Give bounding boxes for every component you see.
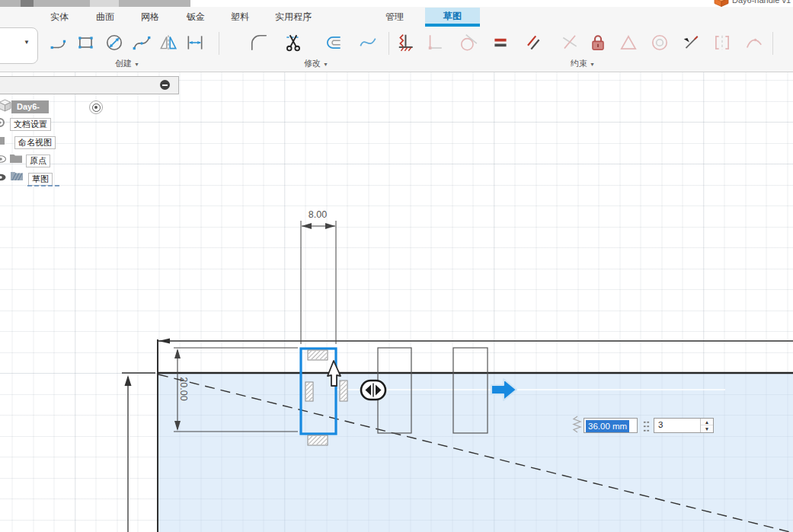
- pattern-distance-input[interactable]: 36.00 mm: [584, 418, 638, 433]
- collinear-button[interactable]: [677, 30, 705, 56]
- browser-item-原点[interactable]: 原点: [26, 155, 50, 167]
- parallel-icon: [523, 33, 543, 53]
- concentric-button[interactable]: [646, 30, 673, 56]
- fit-curve-button[interactable]: [354, 30, 382, 56]
- fillet-button[interactable]: [245, 30, 273, 56]
- tab-曲面[interactable]: 曲面: [91, 9, 119, 24]
- active-sketch-underline: [27, 185, 59, 186]
- pattern-flip-toggle[interactable]: [361, 381, 385, 400]
- activate-component-radio[interactable]: [89, 100, 103, 114]
- height-dimension[interactable]: 20.00: [174, 348, 298, 432]
- collapse-browser-button[interactable]: [160, 80, 170, 90]
- mouse-cursor: [328, 361, 341, 386]
- curvature-button[interactable]: [740, 30, 768, 56]
- lock-icon: [588, 33, 608, 53]
- browser-item-文档设置[interactable]: 文档设置: [10, 118, 51, 131]
- group-separator: [772, 32, 773, 55]
- pattern-quantity-value[interactable]: 3: [658, 420, 663, 429]
- visibility-eye-icon[interactable]: [0, 174, 9, 184]
- tab-实用程序[interactable]: 实用程序: [271, 9, 315, 24]
- tab-实体[interactable]: 实体: [46, 9, 73, 24]
- visibility-eye-icon[interactable]: [0, 155, 9, 166]
- spline-button[interactable]: [128, 30, 155, 56]
- chevron-down-icon: ▼: [323, 62, 328, 67]
- file-menu-icon[interactable]: [21, 0, 34, 7]
- browser-item-命名视图[interactable]: 命名视图: [14, 136, 56, 149]
- spline-icon: [132, 33, 152, 53]
- midpoint-button[interactable]: [615, 30, 642, 56]
- group-dropdown-创建[interactable]: 创建 ▼: [101, 58, 154, 69]
- mirror-button[interactable]: [155, 30, 182, 56]
- construction-diagonal-line[interactable]: [158, 374, 793, 532]
- chevron-down-icon: ▼: [590, 62, 595, 67]
- circle-diameter-button[interactable]: [101, 30, 128, 56]
- lock-button[interactable]: [584, 30, 612, 56]
- application-bar: [0, 0, 190, 7]
- fixed-constraint-glyphs: [305, 350, 347, 445]
- fix-constraint-button[interactable]: [392, 30, 420, 56]
- pattern-instance-rectangle[interactable]: [453, 348, 488, 433]
- pattern-quantity-input[interactable]: 3 ▲ ▼: [654, 418, 714, 433]
- browser-header-bar[interactable]: [0, 76, 179, 94]
- toolbar-icon[interactable]: [90, 0, 119, 7]
- tab-钣金[interactable]: 钣金: [182, 9, 209, 24]
- rectangle-icon: [76, 33, 96, 53]
- parallel-button[interactable]: [520, 30, 547, 56]
- dimension-arrowhead: [125, 375, 132, 386]
- offset-icon: [324, 33, 344, 53]
- perpendicular-button[interactable]: [556, 30, 584, 56]
- mirror-icon: [158, 33, 178, 53]
- group-separator: [389, 32, 389, 55]
- rectangle-button[interactable]: [72, 30, 100, 56]
- dimension-icon: [185, 33, 205, 53]
- spinner-down-icon[interactable]: ▼: [701, 425, 713, 432]
- sketch-canvas[interactable]: 20.00 8.00: [0, 72, 793, 532]
- horizontal-vertical-button[interactable]: [420, 30, 448, 56]
- curvature-icon: [744, 33, 764, 53]
- group-dropdown-修改[interactable]: 修改 ▼: [289, 58, 343, 69]
- component-cube-icon: [0, 99, 11, 112]
- collinear-icon: [681, 33, 701, 53]
- tab-管理[interactable]: 管理: [381, 9, 408, 24]
- sketch-geometry: 20.00 8.00: [0, 72, 793, 532]
- drag-handle-icon[interactable]: [572, 416, 582, 435]
- offset-button[interactable]: [320, 30, 347, 56]
- equal-icon: [491, 33, 510, 53]
- active-folder-icon[interactable]: [10, 171, 24, 182]
- tab-塑料[interactable]: 塑料: [226, 9, 254, 24]
- pattern-direction-arrow[interactable]: [491, 379, 516, 400]
- concentric-icon: [650, 33, 670, 53]
- group-dropdown-约束[interactable]: 约束 ▼: [556, 58, 609, 69]
- tab-网格[interactable]: 网格: [136, 9, 164, 24]
- chevron-down-icon: ▼: [134, 62, 139, 67]
- three-point-arc-button[interactable]: [46, 30, 73, 56]
- width-dimension[interactable]: 8.00: [301, 209, 336, 344]
- quantity-spinner[interactable]: ▲ ▼: [700, 419, 713, 432]
- pattern-distance-value[interactable]: 36.00 mm: [586, 420, 629, 432]
- trim-scissors-button[interactable]: [280, 30, 307, 56]
- tangent-button[interactable]: [455, 30, 482, 56]
- folder-icon[interactable]: [9, 154, 23, 164]
- fit-curve-icon: [358, 33, 378, 53]
- grip-dots-icon[interactable]: [643, 420, 650, 432]
- symmetry-icon: [712, 33, 732, 53]
- dimension-arrowhead: [158, 339, 170, 344]
- named-views-icon[interactable]: [0, 137, 11, 148]
- equal-button[interactable]: [487, 30, 514, 56]
- ribbon-toolbar: 实体曲面网格钣金塑料实用程序管理草图 ▼ 创建 ▼修改 ▼约束 ▼: [0, 7, 793, 72]
- symmetry-button[interactable]: [708, 30, 736, 56]
- fillet-icon: [249, 33, 269, 53]
- trim-scissors-icon: [283, 33, 303, 53]
- group-separator: [219, 32, 219, 55]
- toolbar-dock-panel[interactable]: ▼: [0, 27, 38, 64]
- gear-icon[interactable]: [0, 117, 8, 128]
- circle-diameter-icon: [104, 33, 124, 53]
- browser-item-草图[interactable]: 草图: [28, 173, 53, 186]
- chevron-down-icon[interactable]: ▼: [24, 39, 30, 46]
- width-dimension-value[interactable]: 8.00: [309, 209, 327, 220]
- browser-root-item[interactable]: Day6-handle v1: [11, 100, 49, 113]
- tab-草图[interactable]: 草图: [425, 8, 480, 27]
- three-point-arc-icon: [50, 33, 69, 53]
- document-title: Day6-handle v1: [732, 0, 791, 5]
- dimension-button[interactable]: [181, 30, 209, 56]
